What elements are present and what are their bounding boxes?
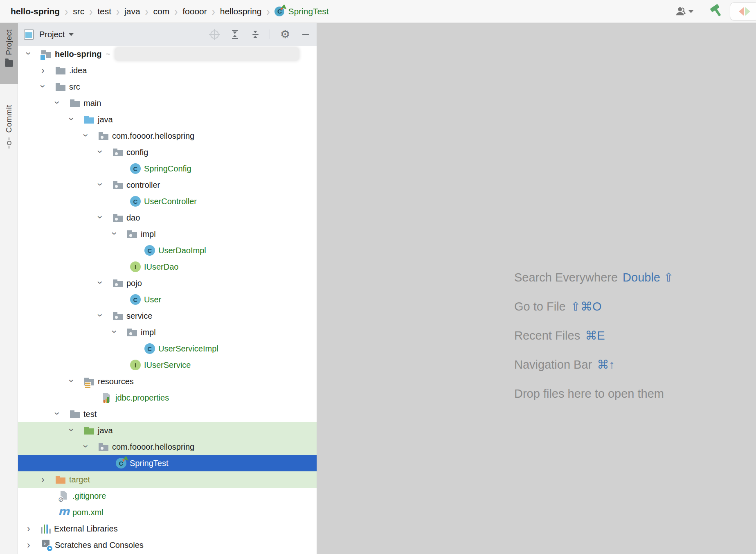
panel-options-button[interactable]: ⚙ [280, 29, 290, 40]
folder-icon [55, 81, 66, 92]
folder-icon [55, 65, 66, 76]
select-opened-file-button[interactable] [209, 29, 220, 40]
chevron-expanded-icon[interactable]: › [97, 180, 112, 191]
package-icon [112, 180, 123, 190]
tree-row-userdaoimpl[interactable]: UserDaoImpl [18, 242, 317, 259]
chevron-expanded-icon[interactable]: › [69, 376, 84, 387]
chevron-expanded-icon[interactable]: › [69, 425, 84, 436]
package-icon [112, 147, 123, 158]
hide-panel-button[interactable] [300, 29, 311, 40]
tree-row-test[interactable]: ›test [18, 406, 317, 422]
chevron-collapsed-icon[interactable]: › [40, 474, 55, 485]
tree-row-target[interactable]: ›target [18, 471, 317, 488]
tree-row-main[interactable]: ›main [18, 95, 317, 111]
shortcut-hint-label: Recent Files [514, 329, 580, 342]
tree-row-iuserdao[interactable]: IUserDao [18, 259, 317, 275]
shortcut-hint-label: Search Everywhere [514, 271, 618, 284]
breadcrumb-item[interactable]: com [153, 7, 170, 16]
package-icon [127, 229, 137, 239]
breadcrumb-item[interactable]: java [124, 7, 140, 16]
shortcut-hint: Drop files here to open them [514, 385, 673, 402]
tool-window-stripe: Project Commit [0, 23, 18, 554]
chevron-expanded-icon[interactable]: › [83, 441, 98, 453]
chevron-expanded-icon[interactable]: › [40, 81, 55, 92]
user-icon [675, 6, 686, 17]
libraries-icon [41, 525, 51, 534]
navigation-breadcrumb-bar: hello-spring›src›test›java›com›foooor›he… [0, 0, 756, 23]
tree-row-impl[interactable]: ›impl [18, 226, 317, 242]
screen-split-toggle-button[interactable] [730, 2, 756, 20]
breadcrumb-item[interactable]: hellospring [220, 7, 262, 16]
chevron-expanded-icon[interactable]: › [69, 114, 84, 125]
shortcut-hint-label: Go to File [514, 300, 566, 313]
tree-row-java[interactable]: ›java [18, 111, 317, 128]
left-triangle-icon [739, 7, 744, 16]
breadcrumb-item[interactable]: hello-spring [11, 7, 60, 16]
tree-row-iuserservice[interactable]: IUserService [18, 357, 317, 373]
chevron-expanded-icon[interactable]: › [112, 229, 127, 240]
tree-row--gitignore[interactable]: .gitignore [18, 488, 317, 504]
tree-row-usercontroller[interactable]: UserController [18, 193, 317, 209]
tree-row-dao[interactable]: ›dao [18, 209, 317, 226]
tree-row-springconfig[interactable]: SpringConfig [18, 160, 317, 177]
chevron-expanded-icon[interactable]: › [97, 212, 112, 223]
user-menu-button[interactable] [675, 6, 693, 17]
tree-row-jdbc-properties[interactable]: jdbc.properties [18, 390, 317, 406]
chevron-expanded-icon[interactable]: › [83, 131, 98, 142]
scratches-icon [41, 540, 52, 550]
shortcut-hint-keys: ⌘E [585, 329, 605, 342]
tree-row-label: test [83, 410, 97, 419]
tree-row-springtest[interactable]: SpringTest [18, 455, 317, 471]
chevron-expanded-icon[interactable]: › [97, 278, 112, 289]
sidebar-item-commit[interactable]: Commit [0, 101, 18, 166]
tree-row-user[interactable]: User [18, 291, 317, 308]
chevron-expanded-icon[interactable]: › [26, 49, 41, 60]
tree-row-com-foooor-hellospring[interactable]: ›com.foooor.hellospring [18, 439, 317, 455]
tree-row-src[interactable]: ›src [18, 79, 317, 95]
tree-row-external-libraries[interactable]: ›External Libraries [18, 520, 317, 537]
folder-project-icon [41, 49, 52, 59]
collapse-all-button[interactable] [250, 29, 261, 40]
breadcrumb-item[interactable]: SpringTest [274, 7, 328, 16]
shortcut-hint: Search EverywhereDouble ⇧ [514, 269, 673, 286]
commit-icon [7, 137, 11, 149]
chevron-collapsed-icon[interactable]: › [26, 540, 41, 551]
class-test-icon [274, 7, 284, 16]
build-project-button[interactable] [708, 4, 723, 19]
chevron-expanded-icon[interactable]: › [54, 409, 70, 420]
tree-row-scratches-and-consoles[interactable]: ›Scratches and Consoles [18, 537, 317, 553]
tree-row--idea[interactable]: ›.idea [18, 62, 317, 79]
tree-row-label: java [98, 115, 113, 124]
tree-row-hello-spring[interactable]: ›hello-spring~ [18, 46, 317, 62]
breadcrumb: hello-spring›src›test›java›com›foooor›he… [0, 6, 329, 17]
tree-row-pom-xml[interactable]: pom.xml [18, 504, 317, 520]
tree-row-pojo[interactable]: ›pojo [18, 275, 317, 291]
sidebar-item-project[interactable]: Project [0, 23, 18, 84]
tree-row-label: IUserDao [144, 262, 178, 272]
chevron-expanded-icon[interactable]: › [112, 327, 127, 338]
tree-row-userserviceimpl[interactable]: UserServiceImpl [18, 340, 317, 357]
breadcrumb-item[interactable]: test [97, 7, 111, 16]
expand-all-button[interactable] [230, 29, 240, 40]
breadcrumb-item[interactable]: src [73, 7, 84, 16]
chevron-collapsed-icon[interactable]: › [26, 523, 41, 534]
tree-row-resources[interactable]: ›resources [18, 373, 317, 390]
breadcrumb-label: hello-spring [11, 7, 60, 16]
chevron-expanded-icon[interactable]: › [54, 98, 70, 109]
tree-row-service[interactable]: ›service [18, 308, 317, 324]
tree-row-com-foooor-hellospring[interactable]: ›com.foooor.hellospring [18, 128, 317, 144]
tree-row-config[interactable]: ›config [18, 144, 317, 160]
redacted-project-path [115, 47, 299, 61]
chevron-collapsed-icon[interactable]: › [40, 65, 55, 76]
locate-icon [210, 30, 219, 39]
chevron-expanded-icon[interactable]: › [97, 147, 112, 158]
tree-row-java[interactable]: ›java [18, 422, 317, 439]
tree-row-label: hello-spring [55, 50, 101, 59]
chevron-down-icon[interactable] [69, 33, 74, 36]
breadcrumb-item[interactable]: foooor [182, 7, 207, 16]
tree-row-controller[interactable]: ›controller [18, 177, 317, 193]
minus-icon [302, 34, 309, 35]
tree-row-impl[interactable]: ›impl [18, 324, 317, 340]
chevron-expanded-icon[interactable]: › [97, 311, 112, 322]
package-icon [98, 441, 109, 452]
